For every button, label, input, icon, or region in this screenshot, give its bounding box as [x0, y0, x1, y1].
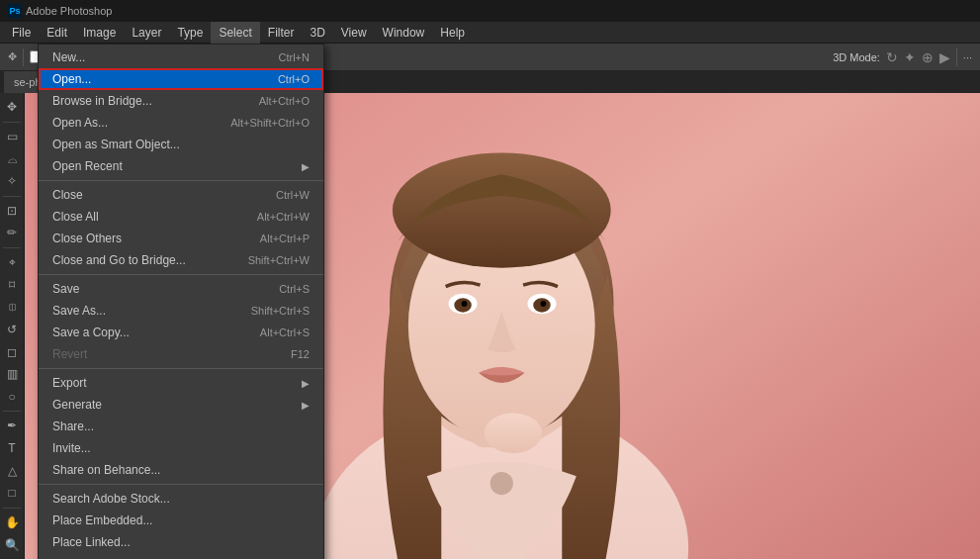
menu-item-revert-label: Revert: [52, 347, 271, 361]
menu-layer[interactable]: Layer: [124, 22, 169, 44]
shape-tool[interactable]: □: [1, 483, 23, 504]
menu-item-place-embedded-label: Place Embedded...: [52, 513, 310, 527]
eyedropper-tool[interactable]: ✏: [1, 223, 23, 243]
menu-item-open-shortcut: Ctrl+O: [278, 73, 310, 85]
eraser-tool[interactable]: ◻: [1, 341, 23, 362]
menu-item-open-recent[interactable]: Open Recent ▶: [39, 155, 323, 177]
menu-help[interactable]: Help: [432, 22, 473, 44]
text-tool[interactable]: T: [1, 438, 23, 459]
menu-item-save-shortcut: Ctrl+S: [279, 283, 310, 295]
3d-mode-label: 3D Mode:: [833, 51, 880, 63]
3d-rotate-icon[interactable]: ↻: [886, 49, 898, 65]
menu-item-place-embedded[interactable]: Place Embedded...: [39, 510, 323, 531]
options-separator-1: [23, 48, 24, 66]
dodge-tool[interactable]: ○: [1, 387, 23, 408]
menu-item-open-recent-label: Open Recent: [52, 159, 298, 173]
pen-tool[interactable]: ✒: [1, 416, 23, 436]
menu-item-save-as[interactable]: Save As... Shift+Ctrl+S: [39, 300, 323, 322]
healing-tool[interactable]: ⌖: [1, 252, 23, 273]
brush-tool[interactable]: ⌑: [1, 274, 23, 295]
menu-select[interactable]: Select: [211, 22, 259, 44]
ps-logo: Ps: [8, 4, 22, 18]
path-tool[interactable]: △: [1, 460, 23, 481]
export-arrow: ▶: [302, 378, 310, 389]
menu-item-place-linked-label: Place Linked...: [52, 535, 310, 549]
menu-file[interactable]: File: [4, 22, 39, 44]
magic-wand-tool[interactable]: ✧: [1, 171, 23, 192]
menu-item-close-others-label: Close Others: [52, 232, 240, 245]
menu-3d[interactable]: 3D: [302, 22, 332, 44]
menu-item-save[interactable]: Save Ctrl+S: [39, 278, 323, 300]
menu-item-search-stock[interactable]: Search Adobe Stock...: [39, 488, 323, 510]
menu-sep-2: [39, 274, 323, 275]
marquee-tool[interactable]: ▭: [1, 127, 23, 147]
options-separator-2: [956, 48, 957, 66]
hand-tool[interactable]: ✋: [1, 512, 23, 533]
menu-sep-3: [39, 368, 323, 369]
menu-item-new[interactable]: New... Ctrl+N: [39, 47, 323, 68]
3d-zoom-icon[interactable]: ⊕: [922, 49, 934, 65]
left-toolbar: ✥ ▭ ⌓ ✧ ⊡ ✏ ⌖ ⌑ ⎅ ↺ ◻ ▥ ○ ✒ T △ □ ✋ 🔍: [0, 93, 25, 559]
menu-item-close-all[interactable]: Close All Alt+Ctrl+W: [39, 206, 323, 228]
menu-item-open-as-label: Open As...: [52, 116, 211, 130]
menu-item-close-bridge-label: Close and Go to Bridge...: [52, 253, 228, 267]
menu-item-save-copy[interactable]: Save a Copy... Alt+Ctrl+S: [39, 322, 323, 343]
3d-camera-icon[interactable]: ▶: [939, 49, 950, 65]
menu-item-close-bridge-shortcut: Shift+Ctrl+W: [248, 254, 310, 266]
menu-item-save-as-label: Save As...: [52, 304, 231, 318]
menu-filter[interactable]: Filter: [260, 22, 303, 44]
menu-bar: File Edit Image Layer Type Select Filter…: [0, 22, 980, 44]
menu-item-share-behance-label: Share on Behance...: [52, 463, 310, 477]
toolbar-sep-1: [3, 122, 21, 123]
history-brush-tool[interactable]: ↺: [1, 320, 23, 340]
menu-item-revert-shortcut: F12: [291, 348, 310, 360]
menu-item-export-label: Export: [52, 376, 298, 390]
open-recent-arrow: ▶: [302, 161, 310, 172]
menu-image[interactable]: Image: [75, 22, 124, 44]
menu-item-save-as-shortcut: Shift+Ctrl+S: [251, 305, 310, 317]
menu-item-open[interactable]: Open... Ctrl+O: [39, 68, 323, 90]
menu-item-browse-label: Browse in Bridge...: [52, 94, 239, 108]
zoom-tool[interactable]: 🔍: [1, 534, 23, 555]
menu-item-generate-label: Generate: [52, 398, 298, 412]
menu-window[interactable]: Window: [375, 22, 433, 44]
menu-item-new-label: New...: [52, 50, 259, 64]
menu-item-close[interactable]: Close Ctrl+W: [39, 184, 323, 206]
menu-item-open-smart[interactable]: Open as Smart Object...: [39, 134, 323, 155]
menu-item-revert: Revert F12: [39, 343, 323, 365]
menu-item-generate[interactable]: Generate ▶: [39, 394, 323, 416]
menu-item-close-others-shortcut: Alt+Ctrl+P: [260, 233, 310, 244]
clone-tool[interactable]: ⎅: [1, 297, 23, 318]
menu-view[interactable]: View: [333, 22, 375, 44]
menu-edit[interactable]: Edit: [39, 22, 75, 44]
crop-tool[interactable]: ⊡: [1, 200, 23, 221]
3d-pan-icon[interactable]: ✦: [904, 49, 916, 65]
menu-sep-1: [39, 180, 323, 181]
toolbar-sep-3: [3, 247, 21, 248]
svg-point-11: [462, 301, 468, 307]
menu-item-search-stock-label: Search Adobe Stock...: [52, 492, 310, 506]
menu-item-close-label: Close: [52, 188, 256, 202]
move-tool[interactable]: ✥: [1, 97, 23, 118]
svg-point-12: [540, 301, 546, 307]
menu-sep-4: [39, 484, 323, 485]
menu-item-close-others[interactable]: Close Others Alt+Ctrl+P: [39, 228, 323, 249]
menu-item-invite[interactable]: Invite...: [39, 437, 323, 459]
file-dropdown-menu: New... Ctrl+N Open... Ctrl+O Browse in B…: [38, 44, 324, 559]
menu-item-share-behance[interactable]: Share on Behance...: [39, 459, 323, 481]
options-more-icon[interactable]: ···: [963, 51, 972, 63]
menu-item-save-copy-shortcut: Alt+Ctrl+S: [260, 326, 310, 338]
menu-type[interactable]: Type: [169, 22, 211, 44]
menu-item-open-as[interactable]: Open As... Alt+Shift+Ctrl+O: [39, 112, 323, 134]
menu-item-place-linked[interactable]: Place Linked...: [39, 531, 323, 553]
menu-item-share[interactable]: Share...: [39, 416, 323, 437]
move-tool-icon: ✥: [8, 50, 17, 63]
gradient-tool[interactable]: ▥: [1, 364, 23, 385]
lasso-tool[interactable]: ⌓: [1, 148, 23, 169]
menu-item-close-all-label: Close All: [52, 210, 237, 224]
menu-item-close-bridge[interactable]: Close and Go to Bridge... Shift+Ctrl+W: [39, 249, 323, 271]
menu-item-export[interactable]: Export ▶: [39, 372, 323, 394]
menu-item-browse[interactable]: Browse in Bridge... Alt+Ctrl+O: [39, 90, 323, 112]
title-text: Adobe Photoshop: [26, 5, 112, 17]
menu-item-package: Package...: [39, 553, 323, 559]
